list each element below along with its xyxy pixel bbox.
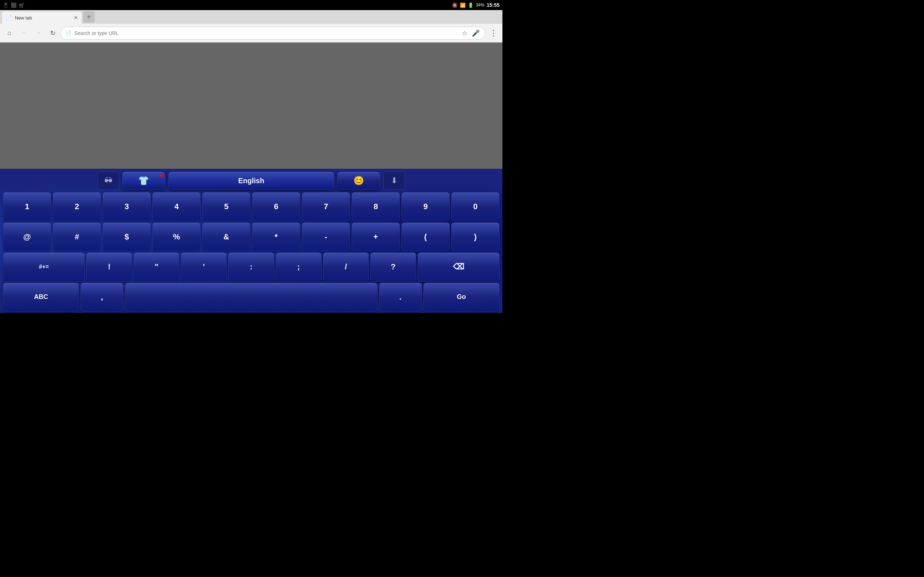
tab-bar: 📄 New tab ✕ + bbox=[0, 10, 502, 24]
key-semicolon[interactable]: ; bbox=[276, 253, 321, 282]
forward-button[interactable]: → bbox=[32, 27, 45, 40]
backspace-icon: ⌫ bbox=[453, 262, 464, 272]
keyboard-number-row: 1 2 3 4 5 6 7 8 9 0 bbox=[2, 192, 501, 221]
notification-dot bbox=[160, 174, 163, 177]
back-button[interactable]: ← bbox=[17, 27, 30, 40]
more-options-icon: ⋮ bbox=[489, 29, 497, 38]
key-period[interactable]: . bbox=[379, 283, 422, 312]
refresh-icon: ↻ bbox=[50, 29, 56, 37]
refresh-button[interactable]: ↻ bbox=[46, 27, 59, 40]
keyboard-extra-icon[interactable]: ⬇ bbox=[383, 172, 405, 190]
mute-icon: 🔇 bbox=[452, 3, 458, 8]
status-bar-left: 📱 ⬛ 🛒 bbox=[3, 3, 24, 8]
key-plus[interactable]: + bbox=[352, 222, 400, 252]
key-go[interactable]: Go bbox=[423, 283, 499, 312]
browser-toolbar: ⌂ ← → ↻ 📄 ☆ 🎤 ⋮ bbox=[0, 24, 502, 43]
key-hash[interactable]: # bbox=[53, 222, 101, 252]
key-space[interactable] bbox=[125, 283, 378, 312]
key-dquote[interactable]: " bbox=[134, 253, 179, 282]
key-squote[interactable]: ' bbox=[181, 253, 227, 282]
key-7[interactable]: 7 bbox=[302, 192, 350, 221]
key-4[interactable]: 4 bbox=[152, 192, 201, 221]
key-question[interactable]: ? bbox=[370, 253, 416, 282]
status-bar-right: 🔇 📶 🔋 34% 15:55 bbox=[452, 2, 499, 8]
tab-favicon: 📄 bbox=[6, 15, 12, 21]
key-5[interactable]: 5 bbox=[202, 192, 250, 221]
menu-button[interactable]: ⋮ bbox=[486, 27, 499, 40]
battery-percent: 34% bbox=[476, 3, 485, 8]
keyboard-language-button[interactable]: English bbox=[168, 172, 334, 190]
key-rparen[interactable]: ) bbox=[451, 222, 499, 252]
keyboard-symbol-row: @ # $ % & * - + ( ) bbox=[2, 222, 501, 252]
key-0[interactable]: 0 bbox=[451, 192, 499, 221]
key-9[interactable]: 9 bbox=[401, 192, 450, 221]
wifi-icon: 📶 bbox=[460, 3, 465, 8]
home-button[interactable]: ⌂ bbox=[3, 27, 16, 40]
tab-title: New tab bbox=[15, 15, 71, 21]
key-8[interactable]: 8 bbox=[352, 192, 400, 221]
keyboard-settings-icon[interactable]: 🕶 bbox=[97, 172, 119, 190]
new-tab-button[interactable]: + bbox=[83, 11, 95, 23]
key-hashpluseq[interactable]: #+= bbox=[3, 253, 85, 282]
keyboard-special-row: #+= ! " ' : ; / ? ⌫ bbox=[2, 253, 501, 282]
url-input[interactable] bbox=[74, 30, 458, 36]
key-minus[interactable]: - bbox=[302, 222, 350, 252]
key-percent[interactable]: % bbox=[152, 222, 201, 252]
back-icon: ← bbox=[21, 29, 27, 37]
keyboard: 🕶 👕 English 😊 ⬇ 1 2 3 4 5 6 7 8 9 0 @ # … bbox=[0, 169, 502, 313]
emoji-icon: 😊 bbox=[353, 176, 364, 186]
bookmark-button[interactable]: ☆ bbox=[461, 29, 468, 38]
key-2[interactable]: 2 bbox=[53, 192, 101, 221]
status-bar: 📱 ⬛ 🛒 🔇 📶 🔋 34% 15:55 bbox=[0, 0, 502, 10]
arrow-down-icon: ⬇ bbox=[391, 176, 397, 185]
clock-icon: ⬛ bbox=[11, 3, 16, 8]
site-security-icon: 📄 bbox=[65, 30, 71, 36]
forward-icon: → bbox=[35, 29, 42, 37]
android-icon: 📱 bbox=[3, 3, 9, 8]
key-comma[interactable]: , bbox=[81, 283, 123, 312]
key-slash[interactable]: / bbox=[323, 253, 369, 282]
battery-icon: 🔋 bbox=[468, 3, 473, 8]
keyboard-theme-button[interactable]: 👕 bbox=[122, 172, 165, 190]
glasses-icon: 🕶 bbox=[104, 176, 112, 185]
key-ampersand[interactable]: & bbox=[202, 222, 250, 252]
key-6[interactable]: 6 bbox=[252, 192, 300, 221]
key-colon[interactable]: : bbox=[228, 253, 274, 282]
key-lparen[interactable]: ( bbox=[401, 222, 450, 252]
home-icon: ⌂ bbox=[8, 29, 11, 37]
android-icon2: 🛒 bbox=[19, 3, 24, 8]
key-backspace[interactable]: ⌫ bbox=[418, 253, 499, 282]
key-at[interactable]: @ bbox=[3, 222, 51, 252]
key-abc[interactable]: ABC bbox=[3, 283, 79, 312]
keyboard-emoji-button[interactable]: 😊 bbox=[337, 172, 380, 190]
url-bar[interactable]: 📄 ☆ 🎤 bbox=[61, 27, 485, 40]
keyboard-top-row: 🕶 👕 English 😊 ⬇ bbox=[2, 170, 501, 191]
shirt-icon: 👕 bbox=[138, 176, 149, 186]
key-asterisk[interactable]: * bbox=[252, 222, 300, 252]
tab-close-button[interactable]: ✕ bbox=[74, 15, 78, 21]
keyboard-bottom-row: ABC , . Go bbox=[2, 283, 501, 312]
key-1[interactable]: 1 bbox=[3, 192, 51, 221]
key-3[interactable]: 3 bbox=[102, 192, 151, 221]
active-tab[interactable]: 📄 New tab ✕ bbox=[2, 11, 82, 24]
key-exclaim[interactable]: ! bbox=[86, 253, 132, 282]
time-display: 15:55 bbox=[486, 2, 499, 8]
voice-search-button[interactable]: 🎤 bbox=[471, 29, 480, 38]
key-dollar[interactable]: $ bbox=[102, 222, 151, 252]
browser-content bbox=[0, 43, 502, 169]
